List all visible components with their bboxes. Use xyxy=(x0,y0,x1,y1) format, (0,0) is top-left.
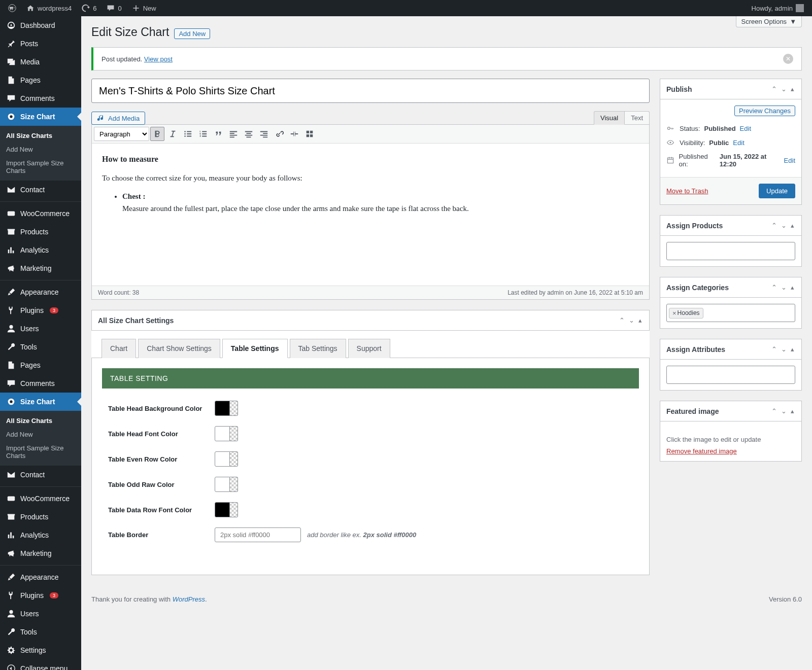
chevron-up-icon[interactable]: ⌃ xyxy=(770,406,778,416)
categories-input[interactable]: ×Hoodies xyxy=(666,304,795,322)
format-select[interactable]: Paragraph xyxy=(94,127,149,141)
sidebar-item-size-chart[interactable]: Size Chart xyxy=(0,393,81,411)
new-content[interactable]: New xyxy=(128,0,160,16)
tab-visual[interactable]: Visual xyxy=(594,111,625,125)
screen-options-toggle[interactable]: Screen Options ▼ xyxy=(736,16,802,27)
color-picker[interactable] xyxy=(215,477,238,492)
blockquote-button[interactable] xyxy=(211,127,225,141)
caret-up-icon[interactable]: ▴ xyxy=(790,406,795,416)
site-name[interactable]: wordpress4 xyxy=(22,0,76,16)
preview-changes-button[interactable]: Preview Changes xyxy=(734,105,795,116)
submenu-item-import-sample-size-charts[interactable]: Import Sample Size Charts xyxy=(0,441,81,463)
sidebar-item-users[interactable]: Users xyxy=(0,320,81,338)
wordpress-link[interactable]: WordPress xyxy=(173,595,205,603)
tab-chart-show-settings[interactable]: Chart Show Settings xyxy=(138,339,220,358)
sidebar-item-appearance[interactable]: Appearance xyxy=(0,568,81,586)
sidebar-item-users[interactable]: Users xyxy=(0,605,81,623)
dismiss-notice-button[interactable]: ✕ xyxy=(783,54,793,64)
chevron-up-icon[interactable]: ⌃ xyxy=(770,344,778,354)
products-input[interactable] xyxy=(666,242,795,260)
tab-support[interactable]: Support xyxy=(348,339,390,358)
chevron-down-icon[interactable]: ⌄ xyxy=(780,283,788,292)
sidebar-item-collapse-menu[interactable]: Collapse menu xyxy=(0,659,81,670)
read-more-button[interactable] xyxy=(287,127,301,141)
sidebar-item-analytics[interactable]: Analytics xyxy=(0,241,81,259)
chevron-up-icon[interactable]: ⌃ xyxy=(770,221,778,230)
sidebar-item-analytics[interactable]: Analytics xyxy=(0,526,81,544)
attributes-input[interactable] xyxy=(666,366,795,384)
caret-up-icon[interactable]: ▴ xyxy=(790,221,795,230)
update-button[interactable]: Update xyxy=(759,184,795,198)
submenu-item-add-new[interactable]: Add New xyxy=(0,428,81,441)
caret-up-icon[interactable]: ▴ xyxy=(790,84,795,94)
sidebar-item-woocommerce[interactable]: WooCommerce xyxy=(0,204,81,223)
align-center-button[interactable] xyxy=(242,127,256,141)
edit-visibility-link[interactable]: Edit xyxy=(733,139,744,147)
chevron-down-icon[interactable]: ⌄ xyxy=(628,315,635,325)
account[interactable]: Howdy, admin xyxy=(748,0,808,16)
sidebar-item-plugins[interactable]: Plugins3 xyxy=(0,586,81,605)
sidebar-item-comments[interactable]: Comments xyxy=(0,89,81,108)
sidebar-item-contact[interactable]: Contact xyxy=(0,181,81,199)
move-to-trash-link[interactable]: Move to Trash xyxy=(666,187,708,195)
sidebar-item-plugins[interactable]: Plugins3 xyxy=(0,301,81,320)
color-picker[interactable] xyxy=(215,451,238,467)
align-right-button[interactable] xyxy=(257,127,271,141)
sidebar-item-comments[interactable]: Comments xyxy=(0,374,81,393)
wp-logo[interactable] xyxy=(4,0,20,16)
submenu-item-import-sample-size-charts[interactable]: Import Sample Size Charts xyxy=(0,156,81,178)
sidebar-item-contact[interactable]: Contact xyxy=(0,466,81,484)
sidebar-item-settings[interactable]: Settings xyxy=(0,641,81,659)
post-title-input[interactable] xyxy=(91,79,650,103)
border-input[interactable] xyxy=(215,527,301,542)
color-picker[interactable] xyxy=(215,426,238,441)
edit-status-link[interactable]: Edit xyxy=(740,125,751,132)
link-button[interactable] xyxy=(272,127,286,141)
sidebar-item-media[interactable]: Media xyxy=(0,53,81,71)
chevron-up-icon[interactable]: ⌃ xyxy=(618,315,626,325)
updates[interactable]: 6 xyxy=(78,0,100,16)
sidebar-item-pages[interactable]: Pages xyxy=(0,71,81,89)
chevron-up-icon[interactable]: ⌃ xyxy=(770,283,778,292)
italic-button[interactable] xyxy=(165,127,180,141)
sidebar-item-marketing[interactable]: Marketing xyxy=(0,544,81,562)
toolbar-toggle-button[interactable] xyxy=(302,127,317,141)
align-left-button[interactable] xyxy=(226,127,241,141)
chevron-up-icon[interactable]: ⌃ xyxy=(770,84,778,94)
sidebar-item-products[interactable]: Products xyxy=(0,508,81,526)
add-media-button[interactable]: Add Media xyxy=(91,112,145,125)
editor-content[interactable]: How to measure To choose the correct siz… xyxy=(92,144,649,286)
sidebar-item-tools[interactable]: Tools xyxy=(0,338,81,356)
edit-date-link[interactable]: Edit xyxy=(784,157,795,164)
chevron-down-icon[interactable]: ⌄ xyxy=(780,344,788,354)
view-post-link[interactable]: View post xyxy=(144,55,173,63)
sidebar-item-pages[interactable]: Pages xyxy=(0,356,81,374)
sidebar-item-dashboard[interactable]: Dashboard xyxy=(0,16,81,34)
color-picker[interactable] xyxy=(215,401,238,416)
add-new-button[interactable]: Add New xyxy=(174,28,210,39)
numbered-list-button[interactable] xyxy=(196,127,210,141)
color-picker[interactable] xyxy=(215,502,238,517)
remove-featured-image-link[interactable]: Remove featured image xyxy=(666,447,737,455)
sidebar-item-appearance[interactable]: Appearance xyxy=(0,283,81,301)
sidebar-item-size-chart[interactable]: Size Chart xyxy=(0,108,81,126)
submenu-item-all-size-charts[interactable]: All Size Charts xyxy=(0,129,81,143)
chevron-down-icon[interactable]: ⌄ xyxy=(780,221,788,230)
caret-up-icon[interactable]: ▴ xyxy=(637,315,643,325)
featured-image-thumbnail[interactable] xyxy=(666,428,795,432)
chevron-down-icon[interactable]: ⌄ xyxy=(780,406,788,416)
sidebar-item-woocommerce[interactable]: WooCommerce xyxy=(0,489,81,508)
caret-up-icon[interactable]: ▴ xyxy=(790,283,795,292)
remove-token-button[interactable]: × xyxy=(672,309,676,317)
tab-text[interactable]: Text xyxy=(625,111,650,125)
submenu-item-add-new[interactable]: Add New xyxy=(0,143,81,156)
submenu-item-all-size-charts[interactable]: All Size Charts xyxy=(0,414,81,428)
bulleted-list-button[interactable] xyxy=(181,127,195,141)
sidebar-item-posts[interactable]: Posts xyxy=(0,34,81,53)
caret-up-icon[interactable]: ▴ xyxy=(790,344,795,354)
sidebar-item-tools[interactable]: Tools xyxy=(0,623,81,641)
bold-button[interactable] xyxy=(150,127,164,141)
tab-chart[interactable]: Chart xyxy=(101,339,136,358)
sidebar-item-marketing[interactable]: Marketing xyxy=(0,259,81,277)
comments[interactable]: 0 xyxy=(103,0,125,16)
